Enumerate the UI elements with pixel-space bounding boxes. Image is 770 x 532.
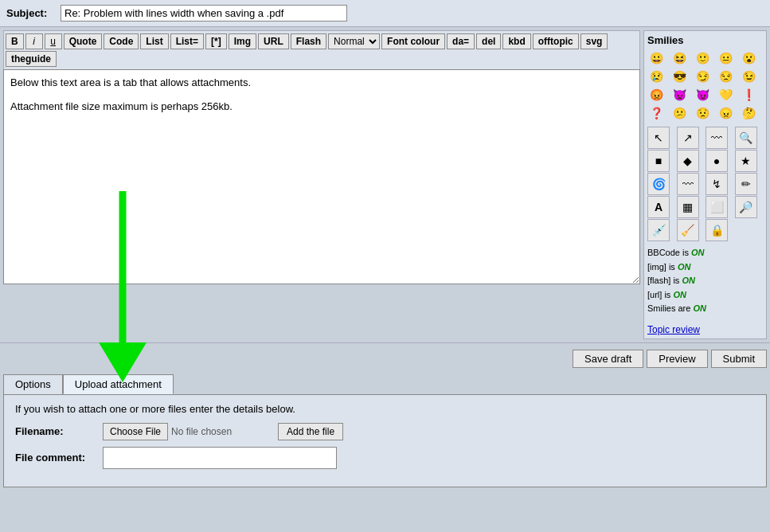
zoom-tool-icon[interactable]: 🔍 [735,127,757,149]
action-row: Save draft Preview Submit [0,342,770,374]
diamond-tool-icon[interactable]: ◆ [677,150,699,172]
subject-row: Subject: [0,0,770,27]
img-on: ON [678,262,691,272]
filename-row: Filename: Choose File No file chosen Add… [15,423,755,440]
file-comment-label: File comment: [15,452,103,464]
file-input-area: Choose File No file chosen Add the file [103,423,343,440]
submit-button[interactable]: Submit [711,350,767,368]
smiley[interactable]: 😆 [670,49,688,67]
star-tool-icon[interactable]: ★ [735,150,757,172]
wave-tool-icon[interactable]: 〰 [706,127,728,149]
save-draft-button[interactable]: Save draft [573,350,643,368]
smiley[interactable]: ❗ [741,86,758,104]
tab-content: If you wish to attach one or more files … [3,394,767,487]
del-button[interactable]: del [476,33,501,49]
square-tool-icon[interactable]: ■ [647,150,670,172]
offtopic-button[interactable]: offtopic [533,33,579,49]
spiral-tool-icon[interactable]: 🌀 [647,173,670,195]
flash-button[interactable]: Flash [291,33,326,49]
smiley[interactable]: 😈 [694,86,711,104]
smiley[interactable]: 💛 [717,86,735,104]
message-textarea[interactable]: Below this text area is a tab that allow… [3,69,640,284]
preview-button[interactable]: Preview [647,350,707,368]
file-comment-row: File comment: [15,447,755,469]
smiley[interactable]: 😠 [717,104,735,122]
smiley[interactable]: 😐 [717,49,735,67]
arrow-tool-icon[interactable]: ↯ [706,173,728,195]
url-on: ON [673,290,686,299]
eraser-tool-icon[interactable]: 🧹 [677,219,699,241]
flash-on: ON [682,276,695,285]
smiley[interactable]: 😟 [694,104,711,122]
code-button[interactable]: Code [104,33,139,49]
smiley[interactable]: 😉 [741,68,758,85]
toolbar: B i u Quote Code List List= [*] Img URL … [3,30,640,69]
smilies-panel: Smilies 😀 😆 🙂 😐 😮 😢 😎 😏 😒 😉 😡 👿 😈 💛 ❗ ❓ [643,30,767,339]
url-button[interactable]: URL [258,33,289,49]
smiley[interactable]: 😮 [741,49,758,67]
svg-button[interactable]: svg [580,33,608,49]
search-tool-icon[interactable]: 🔎 [735,196,757,218]
topic-review-link[interactable]: Topic review [647,324,763,335]
bottom-section: Options Upload attachment If you wish to… [0,374,770,495]
smilies-status: Smilies are ON [647,302,763,316]
flash-status: [flash] is ON [647,274,763,288]
text-tool-icon[interactable]: A [647,196,670,218]
list-ordered-button[interactable]: List= [170,33,204,49]
cursor-tool-icon[interactable]: ↖ [647,127,670,149]
tools-grid: ↖ ↗ 〰 🔍 ■ ◆ ● ★ 🌀 〰 ↯ ✏ A ▦ ⬜ 🔎 💉 🧹 🔒 [647,127,763,241]
lock-tool-icon[interactable]: 🔒 [706,219,728,241]
font-colour-button[interactable]: Font colour [381,33,445,49]
img-button[interactable]: Img [229,33,256,49]
main-area: B i u Quote Code List List= [*] Img URL … [0,27,770,342]
file-name-display: No file chosen [171,426,275,437]
file-comment-input[interactable] [103,447,337,469]
theguide-button[interactable]: theguide [6,51,57,67]
page-wrapper: Subject: B i u Quote Code List List= [*]… [0,0,770,495]
smiley[interactable]: 😀 [647,49,665,67]
smiley[interactable]: 😡 [647,86,665,104]
smiley[interactable]: 😒 [717,68,735,85]
select-tool-icon[interactable]: ↗ [677,127,699,149]
smiley[interactable]: 🤔 [741,104,758,122]
smiley[interactable]: 😏 [694,68,711,85]
smilies-on: ON [693,303,706,313]
smiley[interactable]: 🙂 [694,49,711,67]
tabs-row: Options Upload attachment [3,374,767,394]
tab-options[interactable]: Options [3,374,63,394]
subject-label: Subject: [6,7,54,19]
italic-button[interactable]: i [25,33,43,49]
smiley[interactable]: 😢 [647,68,665,85]
grid-tool-icon[interactable]: ▦ [677,196,699,218]
da-button[interactable]: da= [447,33,475,49]
smiley[interactable]: ❓ [647,104,665,122]
bbcode-on: ON [691,248,705,257]
filename-label: Filename: [15,425,103,437]
size-select[interactable]: Normal Small Large Huge [328,33,380,49]
smilies-grid: 😀 😆 🙂 😐 😮 😢 😎 😏 😒 😉 😡 👿 😈 💛 ❗ ❓ 😕 😟 😠 [647,49,763,122]
smilies-title: Smilies [647,34,763,46]
smiley[interactable]: 😕 [670,104,688,122]
smiley[interactable]: 👿 [670,86,688,104]
choose-file-button[interactable]: Choose File [103,423,168,440]
rect-tool-icon[interactable]: ⬜ [706,196,728,218]
quote-button[interactable]: Quote [64,33,103,49]
inject-tool-icon[interactable]: 💉 [647,219,670,241]
line-tool-icon[interactable]: 〰 [677,173,699,195]
editor-col: B i u Quote Code List List= [*] Img URL … [3,30,640,339]
write-tool-icon[interactable]: ✏ [735,173,757,195]
subject-input[interactable] [61,5,347,22]
list-item-button[interactable]: [*] [205,33,227,49]
tab-upload[interactable]: Upload attachment [63,374,174,394]
bbcode-info: BBCode is ON [img] is ON [flash] is ON [… [647,246,763,316]
bold-button[interactable]: B [6,33,24,49]
img-status: [img] is ON [647,260,763,275]
url-status: [url] is ON [647,288,763,303]
list-button[interactable]: List [140,33,168,49]
add-file-button[interactable]: Add the file [278,423,343,440]
upload-info-text: If you wish to attach one or more files … [15,403,755,415]
circle-tool-icon[interactable]: ● [706,150,728,172]
smiley[interactable]: 😎 [670,68,688,85]
underline-button[interactable]: u [45,33,62,49]
kbd-button[interactable]: kbd [502,33,530,49]
